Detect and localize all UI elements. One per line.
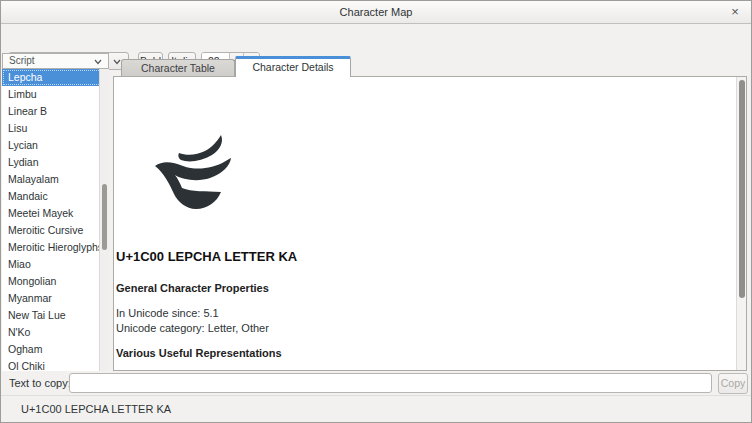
sidebar-scrollbar[interactable] [99, 69, 109, 371]
chevron-down-icon [113, 59, 121, 65]
script-list-item[interactable]: Meroitic Cursive [2, 222, 108, 239]
script-list-item[interactable]: Meroitic Hieroglyphs [2, 239, 108, 256]
character-details-panel: U+1C00 LEPCHA LETTER KA General Characte… [113, 76, 747, 371]
copy-button[interactable]: Copy [718, 373, 748, 394]
character-map-window: Character Map × Cantarell Bold Italic 22… [0, 0, 752, 423]
script-list-item[interactable]: New Tai Lue [2, 307, 108, 324]
section-title-general-properties: General Character Properties [116, 282, 269, 294]
sidebar-scrollbar-thumb[interactable] [102, 184, 107, 250]
details-scrollbar[interactable] [736, 77, 746, 370]
script-list-item[interactable]: Meetei Mayek [2, 205, 108, 222]
script-list: LepchaLimbuLinear BLisuLycianLydianMalay… [2, 69, 109, 371]
character-heading: U+1C00 LEPCHA LETTER KA [116, 249, 297, 264]
details-scrollbar-thumb[interactable] [739, 80, 745, 298]
script-filter-select[interactable]: Script [2, 53, 109, 69]
statusbar: U+1C00 LEPCHA LETTER KA [1, 395, 751, 422]
script-filter-value: Script [9, 55, 35, 66]
window-title: Character Map [1, 1, 751, 23]
script-list-item[interactable]: Miao [2, 256, 108, 273]
tab-character-table[interactable]: Character Table [121, 59, 235, 76]
tab-character-details[interactable]: Character Details [235, 56, 351, 77]
script-list-item[interactable]: Lisu [2, 120, 108, 137]
statusbar-text: U+1C00 LEPCHA LETTER KA [21, 396, 171, 422]
script-list-item[interactable]: Linear B [2, 103, 108, 120]
script-list-item[interactable]: Ol Chiki [2, 358, 108, 371]
script-list-item[interactable]: Lycian [2, 137, 108, 154]
script-list-item[interactable]: Myanmar [2, 290, 108, 307]
toolbar: Cantarell Bold Italic 22 − + [1, 24, 751, 53]
script-list-item[interactable]: Malayalam [2, 171, 108, 188]
titlebar[interactable]: Character Map × [1, 1, 751, 24]
unicode-category-line: Unicode category: Letter, Other [116, 322, 269, 334]
unicode-since-line: In Unicode since: 5.1 [116, 307, 219, 319]
copy-bar: Text to copy: Copy [1, 371, 751, 395]
script-list-item[interactable]: N'Ko [2, 324, 108, 341]
text-to-copy-label: Text to copy: [9, 371, 71, 395]
script-list-item[interactable]: Lydian [2, 154, 108, 171]
lepcha-letter-ka-glyph [147, 122, 242, 217]
script-list-item[interactable]: Mandaic [2, 188, 108, 205]
script-list-item[interactable]: Mongolian [2, 273, 108, 290]
script-list-item[interactable]: Ogham [2, 341, 108, 358]
chevron-down-icon [94, 59, 102, 65]
script-list-item[interactable]: Lepcha [2, 69, 108, 86]
script-list-item[interactable]: Limbu [2, 86, 108, 103]
close-icon[interactable]: × [727, 1, 743, 23]
text-to-copy-input[interactable] [69, 373, 712, 393]
section-title-representations: Various Useful Representations [116, 347, 282, 359]
